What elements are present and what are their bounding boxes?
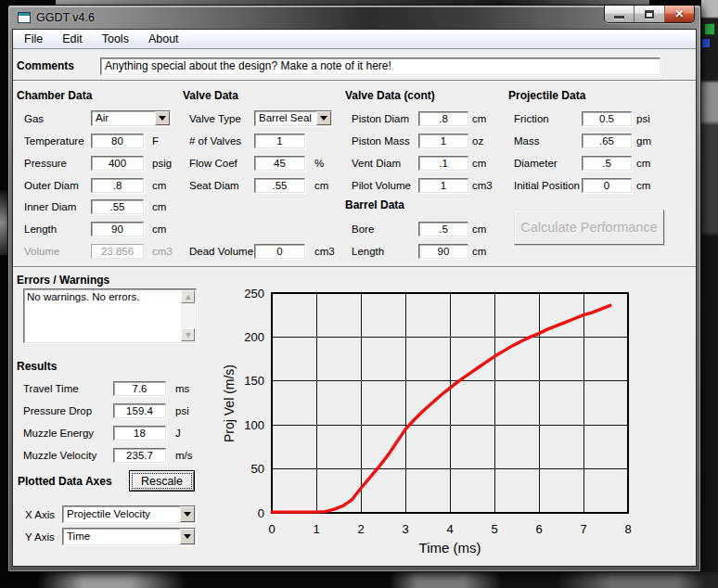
piston-mass-unit: oz — [472, 134, 483, 148]
maximize-icon — [645, 10, 654, 19]
flow-coef-unit: % — [314, 156, 324, 171]
bore-input[interactable]: .5 — [418, 222, 468, 236]
comments-input[interactable]: Anything special about the design? Make … — [100, 58, 660, 75]
gas-value: Air — [96, 112, 109, 123]
num-valves-label: # of Valves — [189, 134, 241, 148]
menu-edit[interactable]: Edit — [55, 31, 90, 47]
separator — [13, 266, 696, 268]
flow-coef-input[interactable]: 45 — [254, 156, 305, 171]
y-axis-dropdown-button[interactable] — [180, 529, 195, 544]
rescale-button[interactable]: Rescale — [129, 470, 195, 492]
piston-mass-input[interactable]: 1 — [418, 134, 468, 148]
results-title: Results — [17, 359, 57, 374]
x-axis-value: Projectile Velocity — [67, 508, 150, 519]
minimize-button[interactable] — [605, 6, 635, 22]
y-axis-select[interactable]: Time — [62, 528, 196, 545]
pressure-label: Pressure — [24, 156, 67, 171]
pressure-input[interactable]: 400 — [91, 156, 144, 171]
piston-diam-input[interactable]: .8 — [418, 111, 468, 126]
form-area: Comments Anything special about the desi… — [13, 50, 696, 566]
muzzle-velocity-output: 235.7 — [113, 448, 166, 463]
chevron-down-icon — [159, 116, 166, 121]
menu-tools[interactable]: Tools — [95, 31, 136, 47]
dead-volume-input[interactable]: 0 — [254, 244, 305, 259]
barrel-length-input[interactable]: 90 — [418, 244, 468, 259]
desktop-background — [0, 572, 718, 588]
x-axis-select[interactable]: Projectile Velocity — [62, 505, 196, 523]
chamber-length-input[interactable]: 90 — [91, 222, 144, 236]
x-tick-label: 7 — [580, 522, 586, 536]
diameter-input[interactable]: .5 — [582, 156, 632, 171]
window-title: GGDT v4.6 — [36, 11, 95, 24]
scroll-down-button[interactable] — [181, 328, 195, 341]
muzzle-velocity-unit: m/s — [175, 448, 193, 463]
plotted-data-axes-title: Plotted Data Axes — [18, 474, 112, 489]
valve-type-label: Valve Type — [189, 111, 241, 126]
scrollbar[interactable] — [181, 290, 195, 341]
app-icon — [18, 12, 31, 23]
desktop-icon[interactable] — [704, 23, 715, 35]
scroll-up-button[interactable] — [181, 290, 195, 303]
friction-unit: psi — [636, 111, 650, 126]
scroll-down-icon — [186, 333, 191, 338]
temperature-input[interactable]: 80 — [91, 134, 144, 148]
temperature-unit: F — [152, 134, 159, 148]
x-axis-dropdown-button[interactable] — [180, 506, 195, 522]
x-tick-label: 6 — [535, 522, 542, 536]
volume-output: 23.856 — [91, 244, 144, 259]
client-area: File Edit Tools About Comments Anything … — [12, 29, 697, 567]
friction-input[interactable]: 0.5 — [582, 111, 632, 126]
menu-bar: File Edit Tools About — [13, 30, 696, 49]
initial-position-input[interactable]: 0 — [582, 178, 632, 193]
x-tick-label: 4 — [446, 522, 453, 536]
desktop-icon[interactable] — [702, 39, 710, 47]
inner-diam-label: Inner Diam — [24, 199, 76, 214]
minimize-icon — [614, 16, 624, 19]
calculate-performance-button[interactable]: Calculate Performance — [514, 210, 664, 245]
outer-diam-input[interactable]: .8 — [91, 178, 144, 193]
desktop: GGDT v4.6 ✕ File Edit Tools About Commen… — [0, 0, 718, 588]
muzzle-energy-output: 18 — [113, 426, 166, 441]
pilot-volume-label: Pilot Volume — [352, 178, 411, 193]
vent-diam-input[interactable]: .1 — [418, 156, 468, 171]
gas-select[interactable]: Air — [91, 110, 171, 126]
temperature-label: Temperature — [24, 134, 84, 148]
piston-diam-unit: cm — [472, 111, 486, 126]
bore-unit: cm — [472, 222, 486, 236]
chamber-data-title: Chamber Data — [17, 88, 92, 103]
valve-type-dropdown-button[interactable] — [316, 111, 331, 125]
comments-label: Comments — [17, 58, 74, 73]
title-bar[interactable]: GGDT v4.6 — [9, 6, 699, 29]
y-tick-label: 150 — [244, 374, 264, 388]
volume-unit: cm3 — [152, 244, 173, 259]
y-tick-label: 100 — [244, 418, 264, 432]
barrel-data-title: Barrel Data — [345, 198, 404, 212]
chamber-length-label: Length — [24, 222, 57, 236]
mass-label: Mass — [514, 134, 539, 148]
valve-type-select[interactable]: Barrel Seal — [254, 110, 332, 126]
maximize-button[interactable] — [635, 6, 664, 22]
desktop-background — [0, 190, 7, 255]
mass-input[interactable]: .65 — [582, 134, 632, 148]
num-valves-input[interactable]: 1 — [254, 134, 305, 148]
y-tick-label: 0 — [258, 506, 264, 520]
pilot-volume-input[interactable]: 1 — [418, 178, 468, 193]
close-button[interactable]: ✕ — [665, 6, 694, 22]
errors-warnings-title: Errors / Warnings — [17, 273, 109, 288]
y-tick-label: 200 — [244, 330, 264, 344]
barrel-length-unit: cm — [472, 244, 486, 259]
inner-diam-input[interactable]: .55 — [91, 199, 144, 214]
y-tick-label: 250 — [244, 287, 264, 300]
separator — [13, 80, 696, 82]
chevron-down-icon — [184, 534, 191, 539]
muzzle-energy-unit: J — [175, 426, 181, 441]
piston-diam-label: Piston Diam — [352, 111, 409, 126]
menu-about[interactable]: About — [141, 31, 186, 47]
x-tick-label: 2 — [357, 522, 364, 536]
errors-textarea[interactable]: No warnings. No errors. — [23, 288, 197, 343]
menu-file[interactable]: File — [17, 31, 50, 47]
desktop-background — [701, 0, 718, 588]
gas-dropdown-button[interactable] — [155, 111, 170, 125]
dead-volume-unit: cm3 — [314, 244, 335, 259]
seat-diam-input[interactable]: .55 — [254, 178, 305, 193]
